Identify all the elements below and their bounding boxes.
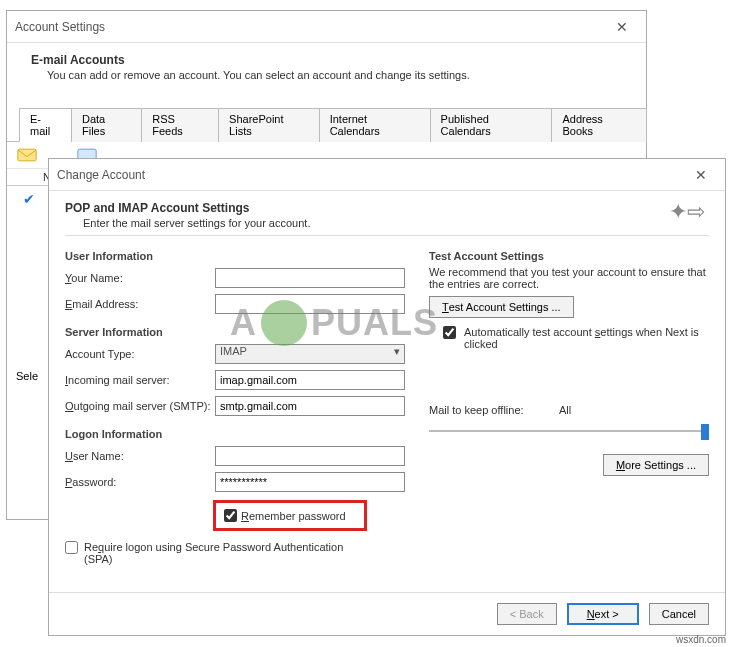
user-name-label: User Name: bbox=[65, 450, 215, 462]
logon-info-heading: Logon Information bbox=[65, 428, 405, 440]
pop-imap-heading: POP and IMAP Account Settings bbox=[65, 201, 709, 215]
dialog-button-bar: < Back Next > Cancel bbox=[49, 592, 725, 635]
your-name-input[interactable] bbox=[215, 268, 405, 288]
chevron-down-icon: ▾ bbox=[394, 345, 400, 358]
cursor-click-icon: ✦⇨ bbox=[669, 199, 705, 225]
credit-text: wsxdn.com bbox=[676, 634, 726, 645]
test-settings-heading: Test Account Settings bbox=[429, 250, 709, 262]
more-settings-button[interactable]: More Settings ... bbox=[603, 454, 709, 476]
back-button: < Back bbox=[497, 603, 557, 625]
tab-data-files[interactable]: Data Files bbox=[71, 108, 142, 142]
change-account-title: Change Account bbox=[57, 168, 685, 182]
password-label: Password: bbox=[65, 476, 215, 488]
remember-password-highlight: Remember password bbox=[213, 500, 367, 531]
tab-internet-calendars[interactable]: Internet Calendars bbox=[319, 108, 431, 142]
form-left-column: User Information Your Name: Email Addres… bbox=[65, 240, 405, 565]
tab-email[interactable]: E-mail bbox=[19, 108, 72, 142]
server-info-heading: Server Information bbox=[65, 326, 405, 338]
auto-test-label: Automatically test account settings when… bbox=[464, 326, 709, 350]
close-icon[interactable]: ✕ bbox=[685, 167, 717, 183]
account-tabs: E-mail Data Files RSS Feeds SharePoint L… bbox=[7, 107, 646, 142]
spa-checkbox[interactable] bbox=[65, 541, 78, 554]
auto-test-checkbox[interactable] bbox=[443, 326, 456, 339]
cancel-button[interactable]: Cancel bbox=[649, 603, 709, 625]
user-info-heading: User Information bbox=[65, 250, 405, 262]
remember-password-label: Remember password bbox=[241, 510, 346, 522]
email-accounts-heading: E-mail Accounts bbox=[7, 43, 646, 69]
close-icon[interactable]: ✕ bbox=[606, 19, 638, 35]
new-account-icon[interactable] bbox=[17, 148, 37, 162]
mail-offline-label: Mail to keep offline: bbox=[429, 404, 559, 416]
email-address-input[interactable] bbox=[215, 294, 405, 314]
pop-imap-sub: Enter the mail server settings for your … bbox=[65, 217, 709, 229]
outgoing-server-input[interactable] bbox=[215, 396, 405, 416]
incoming-server-input[interactable] bbox=[215, 370, 405, 390]
tab-sharepoint-lists[interactable]: SharePoint Lists bbox=[218, 108, 320, 142]
account-default-col bbox=[17, 171, 43, 183]
your-name-label: Your Name: bbox=[65, 272, 215, 284]
slider-thumb[interactable] bbox=[701, 424, 709, 440]
account-settings-titlebar: Account Settings ✕ bbox=[7, 11, 646, 43]
test-settings-button[interactable]: Test Account Settings ... bbox=[429, 296, 574, 318]
spa-label: Require logon using Secure Password Auth… bbox=[84, 541, 374, 565]
mail-offline-value: All bbox=[559, 404, 571, 416]
email-accounts-sub: You can add or remove an account. You ca… bbox=[7, 69, 646, 81]
svg-rect-0 bbox=[18, 149, 36, 161]
incoming-server-label: Incoming mail server: bbox=[65, 374, 215, 386]
user-name-input[interactable] bbox=[215, 446, 405, 466]
next-button[interactable]: Next > bbox=[567, 603, 639, 625]
remember-password-checkbox[interactable] bbox=[224, 509, 237, 522]
mail-offline-slider[interactable] bbox=[429, 422, 709, 440]
default-account-check-icon: ✔ bbox=[17, 191, 35, 207]
form-right-column: Test Account Settings We recommend that … bbox=[429, 240, 709, 565]
password-input[interactable] bbox=[215, 472, 405, 492]
email-address-label: Email Address: bbox=[65, 298, 215, 310]
outgoing-server-label: Outgoing mail server (SMTP): bbox=[65, 400, 215, 412]
change-account-titlebar: Change Account ✕ bbox=[49, 159, 725, 191]
account-type-select: IMAP ▾ bbox=[215, 344, 405, 364]
tab-address-books[interactable]: Address Books bbox=[551, 108, 647, 142]
select-label: Sele bbox=[16, 370, 38, 382]
change-account-dialog: Change Account ✕ POP and IMAP Account Se… bbox=[48, 158, 726, 636]
account-settings-title: Account Settings bbox=[15, 20, 606, 34]
tab-published-calendars[interactable]: Published Calendars bbox=[430, 108, 553, 142]
account-type-label: Account Type: bbox=[65, 348, 215, 360]
test-settings-text: We recommend that you test your account … bbox=[429, 266, 709, 290]
tab-rss-feeds[interactable]: RSS Feeds bbox=[141, 108, 219, 142]
